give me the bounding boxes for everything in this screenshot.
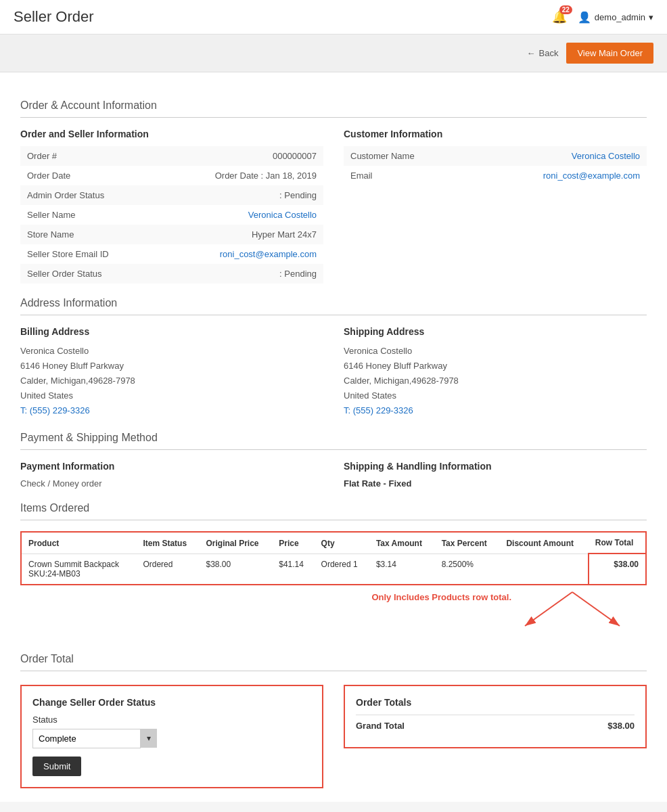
payment-info: Payment Information Check / Money order [20, 461, 323, 489]
grand-total-value: $38.00 [607, 721, 635, 731]
billing-title: Billing Address [20, 326, 323, 337]
table-row: Store Name Hyper Mart 24x7 [20, 225, 323, 244]
table-row: Seller Store Email ID roni_cost@example.… [20, 244, 323, 264]
order-account-section-title: Order & Account Information [20, 99, 647, 112]
col-tax-amount: Tax Amount [369, 532, 435, 554]
field-label: Customer Name [344, 146, 495, 166]
page-title: Seller Order [14, 8, 94, 26]
billing-phone-link[interactable]: T: (555) 229-3326 [20, 405, 90, 415]
select-arrow-icon[interactable]: ▾ [141, 729, 157, 748]
payment-title: Payment Information [20, 461, 323, 472]
tax-percent: 8.2500% [435, 554, 500, 585]
annotation-text: Only Includes Products row total. [371, 592, 511, 602]
shipping-address: Shipping Address Veronica Costello 6146 … [344, 326, 647, 418]
shipping-phone-link[interactable]: T: (555) 229-3326 [344, 405, 413, 415]
shipping-method: Flat Rate - Fixed [344, 478, 647, 489]
user-menu[interactable]: 👤 demo_admin ▾ [578, 11, 653, 24]
order-total-columns: Change Seller Order Status Status Comple… [20, 685, 647, 788]
view-main-order-button[interactable]: View Main Order [566, 43, 653, 64]
field-value: roni_cost@example.com [172, 244, 323, 264]
billing-street: 6146 Honey Bluff Parkway [20, 359, 323, 374]
customer-info: Customer Information Customer Name Veron… [344, 129, 647, 284]
chevron-down-icon: ▾ [649, 12, 653, 22]
items-table: Product Item Status Original Price Price… [20, 531, 647, 585]
field-value: : Pending [172, 185, 323, 205]
status-select[interactable]: Complete Pending Processing Closed Cance… [32, 729, 141, 748]
billing-address-block: Veronica Costello 6146 Honey Bluff Parkw… [20, 344, 323, 418]
user-icon: 👤 [578, 11, 591, 24]
discount-amount [499, 554, 588, 585]
col-price: Price [272, 532, 314, 554]
shipping-info: Shipping & Handling Information Flat Rat… [344, 461, 647, 489]
header: Seller Order 🔔 22 👤 demo_admin ▾ [0, 0, 667, 35]
col-original-price: Original Price [199, 532, 272, 554]
shipping-country: United States [344, 388, 647, 403]
change-status-title: Change Seller Order Status [32, 697, 311, 708]
field-value: 000000007 [172, 146, 323, 166]
table-row: Customer Name Veronica Costello [344, 146, 647, 166]
price: $41.14 [272, 554, 314, 585]
notification-bell[interactable]: 🔔 22 [552, 9, 567, 24]
field-value: roni_cost@example.com [495, 166, 647, 185]
item-status: Ordered [136, 554, 199, 585]
col-tax-percent: Tax Percent [435, 532, 500, 554]
table-row: Order # 000000007 [20, 146, 323, 166]
header-right: 🔔 22 👤 demo_admin ▾ [552, 9, 653, 24]
back-button[interactable]: ← Back [527, 48, 559, 58]
table-row: Order Date Order Date : Jan 18, 2019 [20, 166, 323, 185]
payment-method: Check / Money order [20, 478, 323, 489]
status-label: Status [32, 715, 311, 725]
notification-count: 22 [559, 5, 572, 14]
items-section-title: Items Ordered [20, 502, 647, 514]
field-label: Order # [20, 146, 172, 166]
billing-country: United States [20, 388, 323, 403]
order-seller-info: Order and Seller Information Order # 000… [20, 129, 323, 284]
field-value: : Pending [172, 264, 323, 284]
back-label: Back [539, 48, 559, 58]
order-seller-table: Order # 000000007 Order Date Order Date … [20, 146, 323, 284]
annotation-arrow [505, 585, 640, 639]
address-columns: Billing Address Veronica Costello 6146 H… [20, 326, 647, 418]
row-total: $38.00 [589, 554, 646, 585]
seller-email-link[interactable]: roni_cost@example.com [220, 249, 317, 259]
change-status-box: Change Seller Order Status Status Comple… [20, 685, 323, 788]
original-price: $38.00 [199, 554, 272, 585]
field-value: Veronica Costello [172, 205, 323, 225]
seller-name-link[interactable]: Veronica Costello [248, 210, 317, 220]
order-totals-area: Order Totals Grand Total $38.00 [344, 685, 647, 788]
billing-phone: T: (555) 229-3326 [20, 403, 323, 418]
change-status-area: Change Seller Order Status Status Comple… [20, 685, 323, 788]
status-select-wrap: Complete Pending Processing Closed Cance… [32, 729, 311, 748]
table-row: Seller Name Veronica Costello [20, 205, 323, 225]
toolbar: ← Back View Main Order [0, 35, 667, 72]
order-totals-title: Order Totals [356, 697, 635, 708]
order-seller-title: Order and Seller Information [20, 129, 323, 139]
col-row-total: Row Total [589, 532, 646, 554]
grand-total-row: Grand Total $38.00 [356, 715, 635, 736]
payment-section-title: Payment & Shipping Method [20, 432, 647, 444]
field-label: Seller Order Status [20, 264, 172, 284]
submit-button[interactable]: Submit [32, 757, 81, 776]
annotation-area: Only Includes Products row total. [20, 585, 647, 639]
shipping-city-state-zip: Calder, Michigan,49628-7978 [344, 374, 647, 388]
shipping-name: Veronica Costello [344, 344, 647, 359]
items-ordered-area: Product Item Status Original Price Price… [20, 531, 647, 639]
field-value: Hyper Mart 24x7 [172, 225, 323, 244]
svg-line-2 [525, 592, 572, 626]
customer-name-link[interactable]: Veronica Costello [572, 151, 640, 161]
col-item-status: Item Status [136, 532, 199, 554]
field-label: Seller Store Email ID [20, 244, 172, 264]
shipping-phone: T: (555) 229-3326 [344, 403, 647, 418]
table-row: Crown Summit Backpack SKU:24-MB03 Ordere… [21, 554, 646, 585]
customer-email-link[interactable]: roni_cost@example.com [543, 171, 640, 181]
field-label: Seller Name [20, 205, 172, 225]
items-table-header: Product Item Status Original Price Price… [21, 532, 646, 554]
field-label: Email [344, 166, 495, 185]
table-row: Seller Order Status : Pending [20, 264, 323, 284]
col-product: Product [21, 532, 136, 554]
svg-line-1 [572, 592, 620, 626]
field-label: Admin Order Status [20, 185, 172, 205]
payment-shipping-columns: Payment Information Check / Money order … [20, 461, 647, 489]
shipping-handling-title: Shipping & Handling Information [344, 461, 647, 472]
qty: Ordered 1 [315, 554, 369, 585]
